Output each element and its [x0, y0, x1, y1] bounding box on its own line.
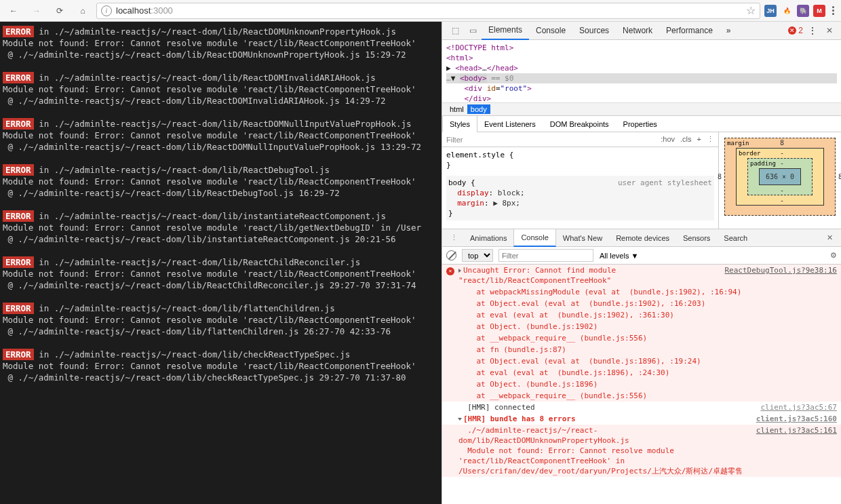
- tab-elements[interactable]: Elements: [482, 22, 529, 40]
- tab-remote-devices[interactable]: Remote devices: [609, 229, 676, 247]
- console-filter-input[interactable]: [498, 249, 593, 262]
- dom-breadcrumb[interactable]: html body: [442, 102, 841, 116]
- browser-toolbar: ← → ⟳ ⌂ i localhost:3000 ☆ JH 🔥 🐘 M: [0, 0, 841, 22]
- devtools-menu-icon[interactable]: ⋮: [808, 26, 817, 35]
- drawer-close-icon[interactable]: ✕: [821, 233, 838, 242]
- styles-tabs: Styles Event Listeners DOM Breakpoints P…: [442, 116, 841, 132]
- console-output[interactable]: ✕Uncaught Error: Cannot find module "rea…: [442, 265, 841, 504]
- devtools-close-icon[interactable]: ✕: [822, 26, 837, 35]
- console-levels-select[interactable]: All levels ▼: [599, 251, 639, 260]
- hov-toggle[interactable]: :hov: [661, 135, 675, 144]
- reload-button[interactable]: ⟳: [50, 3, 69, 18]
- inspect-element-icon[interactable]: ⬚: [446, 26, 464, 35]
- add-rule-button[interactable]: +: [697, 135, 701, 144]
- breadcrumb-item[interactable]: body: [467, 104, 490, 114]
- bookmark-star-icon[interactable]: ☆: [746, 4, 756, 17]
- device-toggle-icon[interactable]: ▭: [464, 26, 482, 35]
- tab-dom-breakpoints[interactable]: DOM Breakpoints: [543, 116, 617, 132]
- address-bar[interactable]: i localhost:3000 ☆: [96, 3, 760, 19]
- tab-animations[interactable]: Animations: [463, 229, 513, 247]
- tabs-overflow-icon[interactable]: »: [720, 22, 738, 40]
- console-toolbar: top All levels ▼ ⚙: [442, 247, 841, 265]
- extension-icon[interactable]: JH: [764, 5, 777, 17]
- back-button[interactable]: ←: [4, 3, 23, 18]
- extension-icon[interactable]: 🐘: [797, 5, 809, 17]
- console-drawer: ⋮ Animations Console What's New Remote d…: [442, 229, 841, 504]
- clear-console-icon[interactable]: [446, 250, 456, 260]
- tab-performance[interactable]: Performance: [659, 22, 720, 40]
- breadcrumb-item[interactable]: html: [446, 104, 467, 114]
- tab-sensors[interactable]: Sensors: [676, 229, 717, 247]
- tab-network[interactable]: Network: [616, 22, 659, 40]
- forward-button[interactable]: →: [27, 3, 46, 18]
- tab-search[interactable]: Search: [717, 229, 754, 247]
- box-model: margin 8 8 8 border - padding - 636 × 0 …: [719, 132, 841, 229]
- tab-whats-new[interactable]: What's New: [556, 229, 609, 247]
- tab-event-listeners[interactable]: Event Listeners: [477, 116, 543, 132]
- tab-properties[interactable]: Properties: [617, 116, 665, 132]
- extension-icon[interactable]: 🔥: [781, 5, 793, 17]
- url-text: localhost:3000: [116, 5, 173, 16]
- extension-icon[interactable]: M: [813, 5, 825, 17]
- dom-tree[interactable]: <!DOCTYPE html> <html> ▶ <head>…</head> …: [442, 40, 841, 102]
- styles-rules[interactable]: element.style { } user agent stylesheet …: [442, 147, 718, 229]
- styles-filter-row: Filter :hov .cls + ⋮: [442, 132, 718, 147]
- devtools-panel: ⬚ ▭ Elements Console Sources Network Per…: [442, 22, 841, 504]
- tab-console[interactable]: Console: [529, 22, 572, 40]
- tab-sources[interactable]: Sources: [572, 22, 616, 40]
- home-button[interactable]: ⌂: [73, 3, 92, 18]
- console-settings-icon[interactable]: ⚙: [830, 251, 837, 260]
- site-info-icon[interactable]: i: [101, 5, 112, 16]
- styles-menu-icon[interactable]: ⋮: [707, 135, 714, 144]
- drawer-tabs: ⋮ Animations Console What's New Remote d…: [442, 229, 841, 247]
- tab-styles[interactable]: Styles: [442, 116, 477, 132]
- extensions: JH 🔥 🐘 M: [764, 5, 825, 17]
- drawer-menu-icon[interactable]: ⋮: [445, 233, 463, 242]
- chrome-menu-icon[interactable]: [829, 6, 837, 15]
- devtools-tabs: ⬚ ▭ Elements Console Sources Network Per…: [442, 22, 841, 40]
- page-terminal-output: ERROR in ./~/adminlte-reactjs/~/react-do…: [0, 22, 442, 504]
- cls-toggle[interactable]: .cls: [680, 135, 692, 144]
- styles-filter-input[interactable]: Filter: [446, 136, 463, 144]
- error-count-badge[interactable]: ✕2: [788, 26, 803, 35]
- tab-drawer-console[interactable]: Console: [513, 229, 555, 247]
- console-context-select[interactable]: top: [462, 249, 493, 262]
